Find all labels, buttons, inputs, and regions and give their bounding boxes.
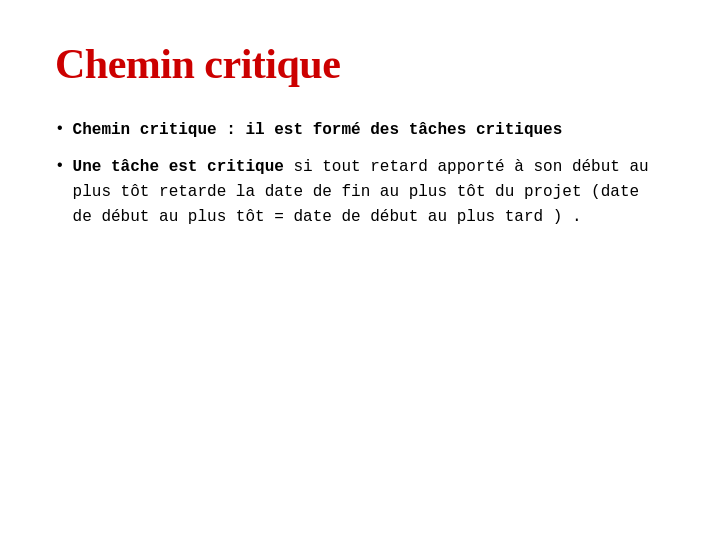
bullet-item-2: • Une tâche est critique si tout retard …: [55, 155, 665, 229]
bullet-text-2: Une tâche est critique si tout retard ap…: [73, 155, 665, 229]
bullet1-bold: Chemin critique : il est formé des tâche…: [73, 121, 563, 139]
bullet2-bold: Une tâche est critique: [73, 158, 284, 176]
bullet-text-1: Chemin critique : il est formé des tâche…: [73, 118, 563, 143]
slide-title: Chemin critique: [55, 40, 665, 88]
content-area: • Chemin critique : il est formé des tâc…: [55, 118, 665, 229]
bullet-symbol-2: •: [55, 157, 65, 175]
bullet-item-1: • Chemin critique : il est formé des tâc…: [55, 118, 665, 143]
bullet-symbol-1: •: [55, 120, 65, 138]
slide-container: Chemin critique • Chemin critique : il e…: [0, 0, 720, 540]
